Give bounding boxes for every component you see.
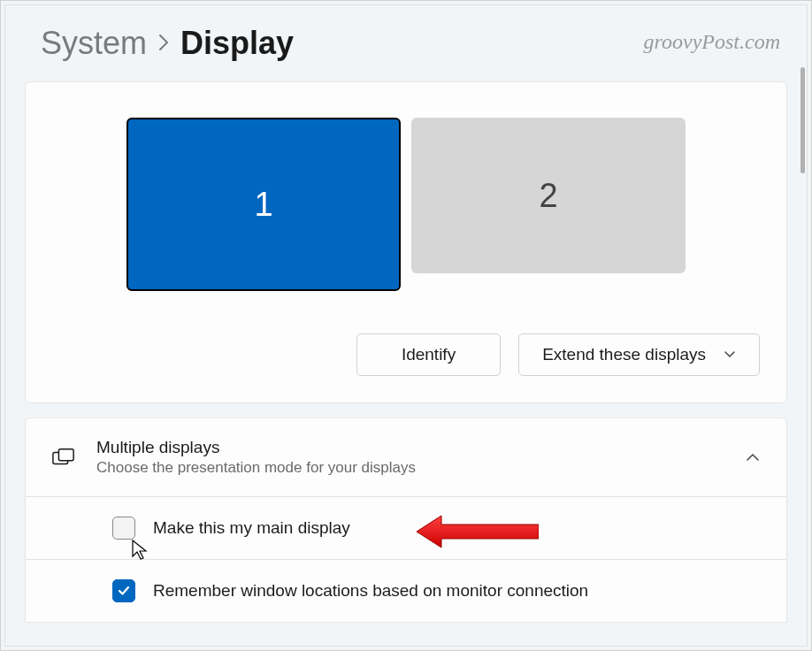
multiple-displays-text: Multiple displays Choose the presentatio… <box>96 438 724 477</box>
scrollbar[interactable] <box>801 67 805 173</box>
main-display-checkbox[interactable] <box>112 517 135 540</box>
annotation-arrow-icon <box>415 513 539 550</box>
remember-windows-checkbox[interactable] <box>112 579 135 602</box>
chevron-down-icon <box>724 348 736 362</box>
main-display-label: Make this my main display <box>153 518 350 538</box>
main-display-option: Make this my main display <box>25 497 787 560</box>
display-monitor-2[interactable]: 2 <box>411 118 686 273</box>
extend-dropdown[interactable]: Extend these displays <box>518 333 760 376</box>
display-arrangement-card: 1 2 Identify Extend these displays <box>25 81 787 403</box>
multiple-displays-section[interactable]: Multiple displays Choose the presentatio… <box>25 417 787 497</box>
multiple-displays-icon <box>52 446 75 469</box>
breadcrumb-display: Display <box>180 25 294 62</box>
breadcrumb-system[interactable]: System <box>41 25 147 62</box>
multiple-displays-subtitle: Choose the presentation mode for your di… <box>96 459 724 477</box>
display-monitor-1[interactable]: 1 <box>126 118 401 291</box>
displays-area: 1 2 <box>52 118 760 291</box>
svg-rect-1 <box>58 449 73 461</box>
identify-button[interactable]: Identify <box>356 333 501 376</box>
watermark: groovyPost.com <box>644 30 780 54</box>
chevron-up-icon <box>746 449 760 465</box>
cursor-icon <box>131 539 149 562</box>
remember-windows-label: Remember window locations based on monit… <box>153 581 588 601</box>
multiple-displays-title: Multiple displays <box>96 438 724 457</box>
identify-button-label: Identify <box>402 345 456 364</box>
chevron-right-icon <box>157 30 170 57</box>
remember-windows-option: Remember window locations based on monit… <box>25 560 787 623</box>
extend-dropdown-label: Extend these displays <box>542 345 706 364</box>
display-actions: Identify Extend these displays <box>52 333 760 376</box>
